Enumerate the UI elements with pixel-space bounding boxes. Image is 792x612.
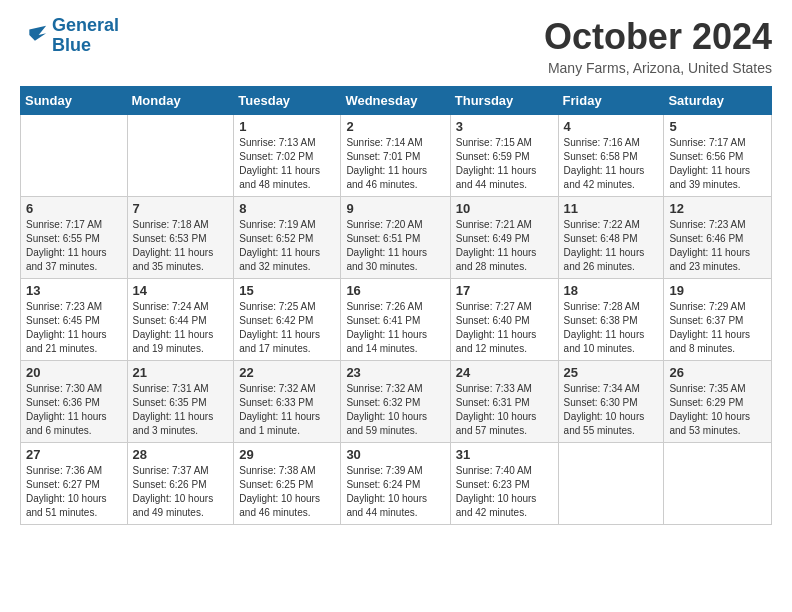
page: General Blue October 2024 Many Farms, Ar… xyxy=(0,0,792,541)
logo-icon xyxy=(20,22,48,50)
day-number: 18 xyxy=(564,283,659,298)
day-number: 27 xyxy=(26,447,122,462)
day-number: 5 xyxy=(669,119,766,134)
day-number: 24 xyxy=(456,365,553,380)
day-info: Sunrise: 7:31 AM Sunset: 6:35 PM Dayligh… xyxy=(133,382,229,438)
calendar-cell xyxy=(664,443,772,525)
calendar-cell: 2Sunrise: 7:14 AM Sunset: 7:01 PM Daylig… xyxy=(341,115,450,197)
calendar-cell: 29Sunrise: 7:38 AM Sunset: 6:25 PM Dayli… xyxy=(234,443,341,525)
location: Many Farms, Arizona, United States xyxy=(544,60,772,76)
calendar-cell: 15Sunrise: 7:25 AM Sunset: 6:42 PM Dayli… xyxy=(234,279,341,361)
calendar-cell: 7Sunrise: 7:18 AM Sunset: 6:53 PM Daylig… xyxy=(127,197,234,279)
calendar-cell xyxy=(127,115,234,197)
day-number: 19 xyxy=(669,283,766,298)
calendar-cell: 5Sunrise: 7:17 AM Sunset: 6:56 PM Daylig… xyxy=(664,115,772,197)
day-number: 21 xyxy=(133,365,229,380)
calendar-cell: 10Sunrise: 7:21 AM Sunset: 6:49 PM Dayli… xyxy=(450,197,558,279)
col-monday: Monday xyxy=(127,87,234,115)
day-number: 16 xyxy=(346,283,444,298)
day-info: Sunrise: 7:13 AM Sunset: 7:02 PM Dayligh… xyxy=(239,136,335,192)
calendar-cell: 31Sunrise: 7:40 AM Sunset: 6:23 PM Dayli… xyxy=(450,443,558,525)
day-info: Sunrise: 7:36 AM Sunset: 6:27 PM Dayligh… xyxy=(26,464,122,520)
calendar-cell: 16Sunrise: 7:26 AM Sunset: 6:41 PM Dayli… xyxy=(341,279,450,361)
calendar-week-row: 1Sunrise: 7:13 AM Sunset: 7:02 PM Daylig… xyxy=(21,115,772,197)
day-info: Sunrise: 7:14 AM Sunset: 7:01 PM Dayligh… xyxy=(346,136,444,192)
day-number: 6 xyxy=(26,201,122,216)
calendar-cell: 23Sunrise: 7:32 AM Sunset: 6:32 PM Dayli… xyxy=(341,361,450,443)
day-info: Sunrise: 7:15 AM Sunset: 6:59 PM Dayligh… xyxy=(456,136,553,192)
calendar-cell: 28Sunrise: 7:37 AM Sunset: 6:26 PM Dayli… xyxy=(127,443,234,525)
day-number: 11 xyxy=(564,201,659,216)
calendar-cell: 27Sunrise: 7:36 AM Sunset: 6:27 PM Dayli… xyxy=(21,443,128,525)
month-title: October 2024 xyxy=(544,16,772,58)
day-number: 28 xyxy=(133,447,229,462)
calendar-week-row: 13Sunrise: 7:23 AM Sunset: 6:45 PM Dayli… xyxy=(21,279,772,361)
day-number: 13 xyxy=(26,283,122,298)
col-friday: Friday xyxy=(558,87,664,115)
day-info: Sunrise: 7:35 AM Sunset: 6:29 PM Dayligh… xyxy=(669,382,766,438)
day-info: Sunrise: 7:29 AM Sunset: 6:37 PM Dayligh… xyxy=(669,300,766,356)
calendar-cell: 6Sunrise: 7:17 AM Sunset: 6:55 PM Daylig… xyxy=(21,197,128,279)
day-info: Sunrise: 7:26 AM Sunset: 6:41 PM Dayligh… xyxy=(346,300,444,356)
calendar-cell: 3Sunrise: 7:15 AM Sunset: 6:59 PM Daylig… xyxy=(450,115,558,197)
day-info: Sunrise: 7:37 AM Sunset: 6:26 PM Dayligh… xyxy=(133,464,229,520)
day-number: 10 xyxy=(456,201,553,216)
col-wednesday: Wednesday xyxy=(341,87,450,115)
day-number: 12 xyxy=(669,201,766,216)
col-sunday: Sunday xyxy=(21,87,128,115)
day-number: 20 xyxy=(26,365,122,380)
day-info: Sunrise: 7:32 AM Sunset: 6:33 PM Dayligh… xyxy=(239,382,335,438)
calendar-week-row: 20Sunrise: 7:30 AM Sunset: 6:36 PM Dayli… xyxy=(21,361,772,443)
calendar-cell: 24Sunrise: 7:33 AM Sunset: 6:31 PM Dayli… xyxy=(450,361,558,443)
day-number: 8 xyxy=(239,201,335,216)
calendar-cell: 17Sunrise: 7:27 AM Sunset: 6:40 PM Dayli… xyxy=(450,279,558,361)
calendar-cell: 21Sunrise: 7:31 AM Sunset: 6:35 PM Dayli… xyxy=(127,361,234,443)
logo-text: General Blue xyxy=(52,16,119,56)
calendar-cell: 4Sunrise: 7:16 AM Sunset: 6:58 PM Daylig… xyxy=(558,115,664,197)
day-number: 2 xyxy=(346,119,444,134)
day-info: Sunrise: 7:23 AM Sunset: 6:45 PM Dayligh… xyxy=(26,300,122,356)
calendar-cell: 14Sunrise: 7:24 AM Sunset: 6:44 PM Dayli… xyxy=(127,279,234,361)
day-info: Sunrise: 7:18 AM Sunset: 6:53 PM Dayligh… xyxy=(133,218,229,274)
day-number: 7 xyxy=(133,201,229,216)
day-number: 31 xyxy=(456,447,553,462)
calendar-cell: 25Sunrise: 7:34 AM Sunset: 6:30 PM Dayli… xyxy=(558,361,664,443)
day-info: Sunrise: 7:24 AM Sunset: 6:44 PM Dayligh… xyxy=(133,300,229,356)
calendar-cell: 11Sunrise: 7:22 AM Sunset: 6:48 PM Dayli… xyxy=(558,197,664,279)
day-number: 17 xyxy=(456,283,553,298)
calendar-week-row: 27Sunrise: 7:36 AM Sunset: 6:27 PM Dayli… xyxy=(21,443,772,525)
day-info: Sunrise: 7:17 AM Sunset: 6:56 PM Dayligh… xyxy=(669,136,766,192)
calendar: Sunday Monday Tuesday Wednesday Thursday… xyxy=(20,86,772,525)
day-number: 14 xyxy=(133,283,229,298)
day-number: 3 xyxy=(456,119,553,134)
calendar-cell: 26Sunrise: 7:35 AM Sunset: 6:29 PM Dayli… xyxy=(664,361,772,443)
calendar-cell: 8Sunrise: 7:19 AM Sunset: 6:52 PM Daylig… xyxy=(234,197,341,279)
day-info: Sunrise: 7:30 AM Sunset: 6:36 PM Dayligh… xyxy=(26,382,122,438)
day-info: Sunrise: 7:38 AM Sunset: 6:25 PM Dayligh… xyxy=(239,464,335,520)
day-info: Sunrise: 7:16 AM Sunset: 6:58 PM Dayligh… xyxy=(564,136,659,192)
day-number: 25 xyxy=(564,365,659,380)
col-tuesday: Tuesday xyxy=(234,87,341,115)
day-number: 4 xyxy=(564,119,659,134)
calendar-cell: 18Sunrise: 7:28 AM Sunset: 6:38 PM Dayli… xyxy=(558,279,664,361)
calendar-cell: 1Sunrise: 7:13 AM Sunset: 7:02 PM Daylig… xyxy=(234,115,341,197)
day-info: Sunrise: 7:34 AM Sunset: 6:30 PM Dayligh… xyxy=(564,382,659,438)
calendar-cell xyxy=(558,443,664,525)
day-number: 15 xyxy=(239,283,335,298)
day-info: Sunrise: 7:40 AM Sunset: 6:23 PM Dayligh… xyxy=(456,464,553,520)
day-info: Sunrise: 7:19 AM Sunset: 6:52 PM Dayligh… xyxy=(239,218,335,274)
calendar-cell: 22Sunrise: 7:32 AM Sunset: 6:33 PM Dayli… xyxy=(234,361,341,443)
day-info: Sunrise: 7:25 AM Sunset: 6:42 PM Dayligh… xyxy=(239,300,335,356)
svg-marker-0 xyxy=(29,26,46,41)
title-area: October 2024 Many Farms, Arizona, United… xyxy=(544,16,772,76)
day-info: Sunrise: 7:32 AM Sunset: 6:32 PM Dayligh… xyxy=(346,382,444,438)
logo-general: General xyxy=(52,15,119,35)
day-number: 26 xyxy=(669,365,766,380)
day-number: 9 xyxy=(346,201,444,216)
calendar-cell: 13Sunrise: 7:23 AM Sunset: 6:45 PM Dayli… xyxy=(21,279,128,361)
calendar-cell: 30Sunrise: 7:39 AM Sunset: 6:24 PM Dayli… xyxy=(341,443,450,525)
day-info: Sunrise: 7:28 AM Sunset: 6:38 PM Dayligh… xyxy=(564,300,659,356)
calendar-cell: 19Sunrise: 7:29 AM Sunset: 6:37 PM Dayli… xyxy=(664,279,772,361)
col-saturday: Saturday xyxy=(664,87,772,115)
day-number: 22 xyxy=(239,365,335,380)
